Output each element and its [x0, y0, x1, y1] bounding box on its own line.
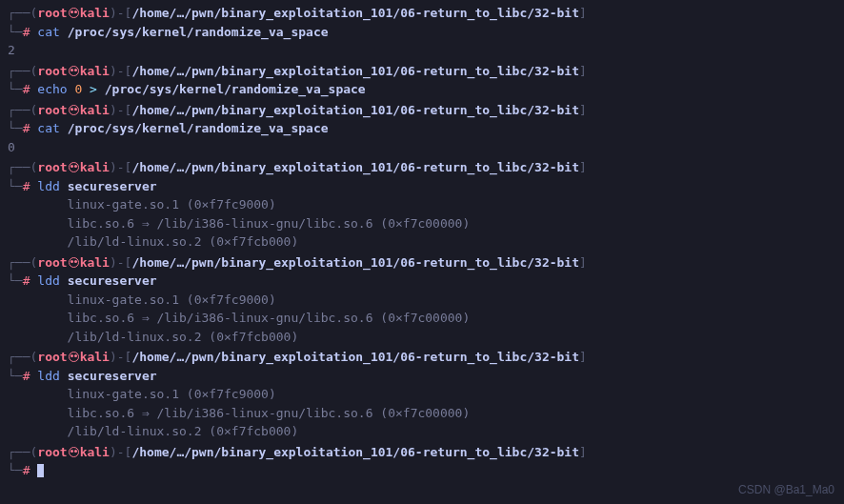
- prompt-line-top: ┌──(rootkali)-[/home/…/pwn/binary_exploi…: [8, 101, 836, 120]
- command-name: ldd: [37, 369, 59, 383]
- prompt-block: ┌──(rootkali)-[/home/…/pwn/binary_exploi…: [8, 62, 836, 99]
- prompt-line-top: ┌──(rootkali)-[/home/…/pwn/binary_exploi…: [8, 62, 836, 81]
- command-args: /proc/sys/kernel/randomize_va_space: [68, 25, 329, 39]
- prompt-block: ┌──(rootkali)-[/home/…/pwn/binary_exploi…: [8, 253, 836, 347]
- cursor: [37, 464, 44, 477]
- skull-icon: [69, 257, 79, 268]
- prompt-block: ┌──(rootkali)-[/home/…/pwn/binary_exploi…: [8, 158, 836, 252]
- output-line: libc.so.6 ⇒ /lib/i386-linux-gnu/libc.so.…: [8, 404, 836, 423]
- skull-icon: [69, 8, 79, 18]
- watermark-text: CSDN @Ba1_Ma0: [738, 481, 834, 498]
- prompt-block: ┌──(rootkali)-[/home/…/pwn/binary_exploi…: [8, 101, 836, 157]
- prompt-block: ┌──(rootkali)-[/home/…/pwn/binary_exploi…: [8, 443, 836, 480]
- skull-icon: [69, 162, 79, 172]
- skull-icon: [69, 447, 79, 457]
- command-args: secureserver: [68, 273, 157, 288]
- command-name: cat: [37, 25, 59, 39]
- output-line: /lib/ld-linux.so.2 (0×f7fcb000): [8, 422, 836, 441]
- prompt-line-top: ┌──(rootkali)-[/home/…/pwn/binary_exploi…: [8, 443, 836, 462]
- output-line: linux-gate.so.1 (0×f7fc9000): [8, 195, 836, 214]
- output-line: 0: [8, 138, 836, 157]
- prompt-line-top: ┌──(rootkali)-[/home/…/pwn/binary_exploi…: [8, 348, 836, 367]
- command-name: cat: [37, 121, 59, 135]
- output-line: /lib/ld-linux.so.2 (0×f7fcb000): [8, 328, 836, 347]
- prompt-line-cmd[interactable]: └─# cat /proc/sys/kernel/randomize_va_sp…: [8, 119, 836, 138]
- output-line: linux-gate.so.1 (0×f7fc9000): [8, 291, 836, 310]
- skull-icon: [69, 105, 79, 115]
- prompt-block: ┌──(rootkali)-[/home/…/pwn/binary_exploi…: [8, 348, 836, 441]
- prompt-line-cmd[interactable]: └─# cat /proc/sys/kernel/randomize_va_sp…: [8, 23, 836, 42]
- command-name: ldd: [37, 273, 59, 288]
- command-args: secureserver: [68, 179, 157, 193]
- terminal-output[interactable]: ┌──(rootkali)-[/home/…/pwn/binary_exploi…: [8, 4, 836, 480]
- prompt-line-top: ┌──(rootkali)-[/home/…/pwn/binary_exploi…: [8, 158, 836, 177]
- output-line: libc.so.6 ⇒ /lib/i386-linux-gnu/libc.so.…: [8, 214, 836, 233]
- prompt-line-cmd[interactable]: └─# ldd secureserver: [8, 367, 836, 386]
- command-name: echo: [37, 82, 67, 96]
- prompt-block: ┌──(rootkali)-[/home/…/pwn/binary_exploi…: [8, 4, 836, 60]
- command-name: ldd: [37, 179, 59, 193]
- output-line: /lib/ld-linux.so.2 (0×f7fcb000): [8, 232, 836, 252]
- output-line: linux-gate.so.1 (0×f7fc9000): [8, 385, 836, 404]
- output-line: 2: [8, 41, 836, 60]
- prompt-line-top: ┌──(rootkali)-[/home/…/pwn/binary_exploi…: [8, 4, 836, 23]
- skull-icon: [69, 352, 79, 362]
- skull-icon: [69, 66, 79, 76]
- prompt-line-cmd[interactable]: └─# ldd secureserver: [8, 177, 836, 196]
- command-args: /proc/sys/kernel/randomize_va_space: [68, 121, 329, 135]
- output-line: libc.so.6 ⇒ /lib/i386-linux-gnu/libc.so.…: [8, 309, 836, 328]
- command-args: secureserver: [68, 369, 157, 383]
- prompt-line-cmd[interactable]: └─#: [8, 461, 836, 480]
- prompt-line-cmd[interactable]: └─# ldd secureserver: [8, 272, 836, 291]
- prompt-line-cmd[interactable]: └─# echo 0 > /proc/sys/kernel/randomize_…: [8, 80, 836, 99]
- prompt-line-top: ┌──(rootkali)-[/home/…/pwn/binary_exploi…: [8, 253, 836, 272]
